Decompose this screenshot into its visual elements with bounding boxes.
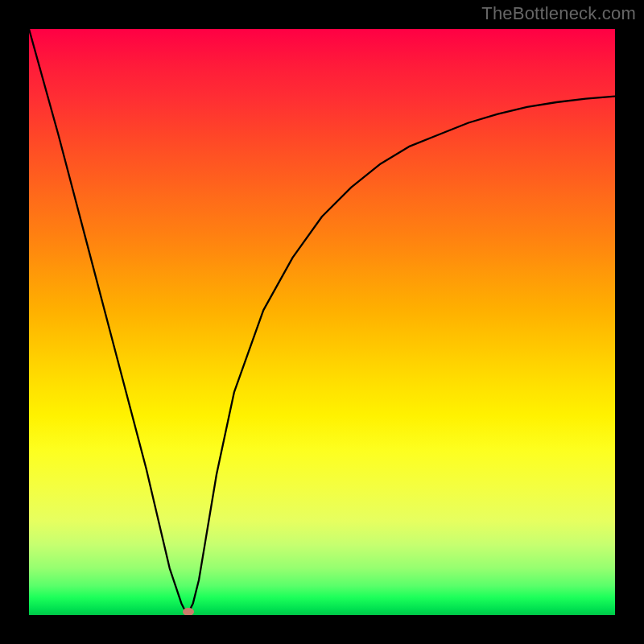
plot-area [29, 29, 615, 615]
watermark-text: TheBottleneck.com [481, 3, 636, 24]
chart-frame: TheBottleneck.com [0, 0, 644, 644]
bottleneck-curve [29, 29, 615, 615]
